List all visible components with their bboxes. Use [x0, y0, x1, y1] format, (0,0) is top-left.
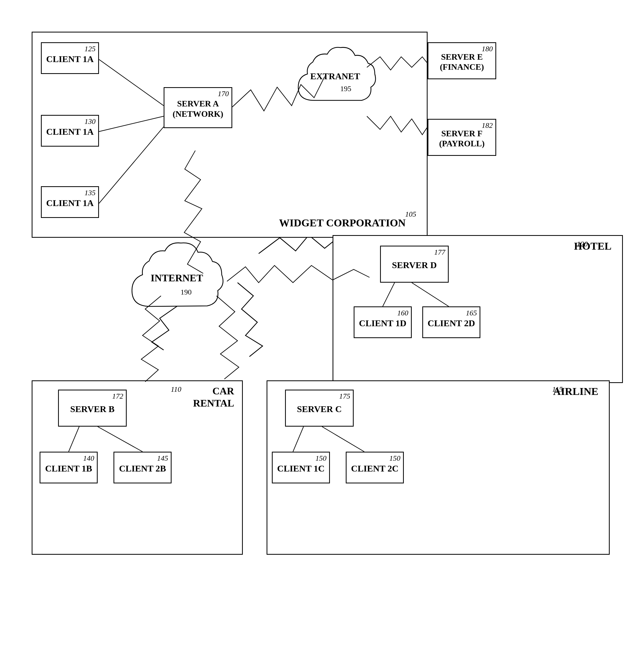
diagram: WIDGET CORPORATION 105 125 CLIENT 1A 130… — [16, 16, 628, 650]
extranet-cloud: EXTRANET 195 — [293, 42, 377, 116]
client-1c-id: 150 — [315, 454, 326, 462]
client-1b-label: CLIENT 1B — [45, 463, 92, 474]
server-c: 175 SERVER C — [285, 390, 354, 426]
internet-cloud: INTERNET 190 — [127, 238, 227, 320]
client-1a-130: 130 CLIENT 1A — [41, 115, 99, 147]
server-d-id: 177 — [434, 248, 445, 257]
server-c-id: 175 — [339, 392, 350, 400]
client-1a-125-id: 125 — [85, 45, 95, 53]
client-1b-id: 140 — [83, 454, 94, 462]
client-1a-135-label: CLIENT 1A — [46, 198, 94, 209]
server-b: 172 SERVER B — [58, 390, 127, 426]
svg-text:195: 195 — [340, 85, 351, 93]
hotel-id: 120 — [577, 240, 588, 248]
server-f-id: 182 — [482, 121, 493, 130]
client-2b-label: CLIENT 2B — [119, 463, 166, 474]
client-1a-130-id: 130 — [85, 117, 95, 126]
client-1a-125: 125 CLIENT 1A — [41, 42, 99, 74]
client-1d: 160 CLIENT 1D — [354, 306, 412, 338]
widget-corporation-id: 105 — [405, 210, 416, 218]
server-d-label: SERVER D — [392, 260, 437, 271]
widget-corporation-label: WIDGET CORPORATION — [279, 217, 406, 229]
car-rental-id: 110 — [171, 385, 181, 394]
svg-text:INTERNET: INTERNET — [151, 272, 203, 283]
client-1a-135-id: 135 — [85, 189, 95, 197]
client-1d-label: CLIENT 1D — [359, 318, 407, 329]
server-e-id: 180 — [482, 45, 493, 53]
client-2c-label: CLIENT 2C — [351, 463, 398, 474]
svg-text:190: 190 — [181, 288, 192, 296]
client-1d-id: 160 — [397, 309, 408, 317]
server-f-label: SERVER F(PAYROLL) — [439, 128, 485, 149]
server-e-label: SERVER E(FINANCE) — [440, 52, 484, 72]
client-1b: 140 CLIENT 1B — [40, 452, 98, 483]
svg-text:EXTRANET: EXTRANET — [310, 71, 360, 81]
server-b-id: 172 — [112, 392, 123, 400]
server-e: 180 SERVER E(FINANCE) — [428, 42, 496, 79]
server-f: 182 SERVER F(PAYROLL) — [428, 119, 496, 156]
airline-id: 115 — [552, 385, 563, 394]
client-1a-125-label: CLIENT 1A — [46, 54, 94, 65]
car-rental-label: CAR RENTAL — [181, 385, 234, 409]
server-a-id: 170 — [218, 90, 229, 98]
client-2b: 145 CLIENT 2B — [114, 452, 171, 483]
server-a: 170 SERVER A(NETWORK) — [164, 87, 232, 128]
client-2c-id: 150 — [389, 454, 400, 462]
server-c-label: SERVER C — [297, 404, 342, 415]
server-b-label: SERVER B — [70, 404, 115, 415]
client-2d-label: CLIENT 2D — [428, 318, 475, 329]
client-1a-130-label: CLIENT 1A — [46, 127, 94, 137]
client-1a-135: 135 CLIENT 1A — [41, 186, 99, 218]
client-1c-label: CLIENT 1C — [277, 463, 325, 474]
client-1c: 150 CLIENT 1C — [272, 452, 330, 483]
client-2d: 165 CLIENT 2D — [422, 306, 480, 338]
client-2d-id: 165 — [466, 309, 477, 317]
client-2b-id: 145 — [157, 454, 168, 462]
server-a-label: SERVER A(NETWORK) — [172, 98, 223, 119]
server-d: 177 SERVER D — [380, 246, 449, 283]
client-2c: 150 CLIENT 2C — [346, 452, 404, 483]
